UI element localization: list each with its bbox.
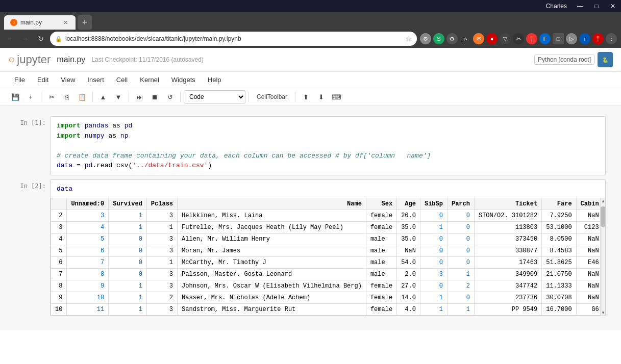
table-header-2: Survived [109,198,147,210]
upload-button[interactable]: ⬆ [299,90,313,103]
menu-bar: File Edit View Insert Cell Kernel Widget… [0,72,621,88]
address-bar[interactable]: 🔒 localhost:8888/notebooks/dev/sicara/ti… [50,32,417,46]
save-button[interactable]: 💾 [8,90,22,103]
table-cell: 26.0 [397,210,420,222]
cell-2-code[interactable]: data [51,180,605,198]
celltoolbar-button[interactable]: CellToolbar [252,90,292,103]
menu-widgets[interactable]: Widgets [165,72,202,88]
kernel-badge[interactable]: Python [conda root] [534,55,594,65]
fast-forward-button[interactable]: ⏭ [132,90,146,103]
restart-button[interactable]: ↺ [163,90,177,103]
toolbar-sep-2 [92,92,93,102]
keyboard-button[interactable]: ⌨ [329,90,343,103]
menu-file[interactable]: File [8,72,31,88]
table-cell: 0 [447,257,474,269]
ext-icon-3[interactable]: ⚙ [446,33,458,44]
table-cell: Allen, Mr. William Henry [178,233,366,245]
add-cell-button[interactable]: + [23,90,38,103]
table-cell: 16.7000 [542,304,576,316]
notebook-filename[interactable]: main.py [57,55,85,64]
new-tab-button[interactable]: + [78,15,92,30]
toolbar: 💾 + ✂ ⎘ 📋 ▲ ▼ ⏭ ⏹ ↺ Code Markdown Raw NB… [0,88,621,106]
ext-icon-8[interactable]: ✂ [513,33,524,44]
ext-icon-14[interactable]: 📍 [592,33,604,44]
table-header-3: Pclass [146,198,177,210]
toolbar-sep-3 [129,92,129,102]
notebook-content: In [1]: import pandas as pd import numpy… [0,106,621,330]
table-cell: 3 [146,245,177,257]
cell-1-body[interactable]: import pandas as pd import numpy as np #… [50,116,606,175]
ext-icon-1[interactable]: ⚙ [420,33,431,44]
table-cell: 0 [420,245,447,257]
copy-button[interactable]: ⎘ [60,90,74,103]
table-cell: 51.8625 [542,257,576,269]
stop-button[interactable]: ⏹ [147,90,162,103]
table-cell: 1 [420,304,447,316]
cell-1: In [1]: import pandas as pd import numpy… [0,116,621,175]
table-cell: STON/O2. 3101282 [474,210,541,222]
move-down-button[interactable]: ▼ [111,90,126,103]
menu-insert[interactable]: Insert [81,72,110,88]
move-up-button[interactable]: ▲ [96,90,110,103]
table-cell: NaN [576,245,603,257]
cut-button[interactable]: ✂ [44,90,59,103]
menu-edit[interactable]: Edit [31,72,55,88]
ext-icon-2[interactable]: S [433,33,444,44]
scroll-down-arrow[interactable]: ▼ [601,309,605,316]
table-cell: 2.0 [397,269,420,280]
browser-chrome: ○ main.py ✕ + ← → ↻ 🔒 localhost:8888/not… [0,12,621,48]
ext-icon-4[interactable]: js [460,33,471,44]
ext-icon-9[interactable]: 📍 [526,33,537,44]
download-button[interactable]: ⬇ [314,90,328,103]
ext-icon-13[interactable]: i [579,33,590,44]
ext-icon-12[interactable]: ▷ [566,33,577,44]
table-cell: Moran, Mr. James [178,245,366,257]
table-cell: C123 [576,222,603,233]
ext-icon-7[interactable]: ▽ [500,33,511,44]
scrollbar-thumb[interactable] [601,206,605,227]
cell-2-body[interactable]: data Unnamed:0SurvivedPclassNameSexAgeSi… [50,179,606,317]
table-cell: 1 [109,222,147,233]
minimize-button[interactable]: — [572,0,588,12]
ext-icon-11[interactable]: □ [553,33,564,44]
table-cell: 4 [51,233,67,245]
maximize-button[interactable]: □ [588,0,605,12]
jupyter-logo-icon: ○ [8,53,15,66]
scroll-up-arrow[interactable]: ▲ [601,198,605,204]
table-cell: 8 [67,269,109,280]
ext-icon-6[interactable]: ● [486,33,498,44]
table-cell: Sandstrom, Miss. Marguerite Rut [178,304,366,316]
ext-icon-5[interactable]: ✉ [473,33,484,44]
table-cell: 0 [420,257,447,269]
menu-cell[interactable]: Cell [110,72,134,88]
ext-icon-10[interactable]: F [539,33,551,44]
forward-button[interactable]: → [19,33,32,45]
table-cell: 330877 [474,245,541,257]
toolbar-sep-5 [249,92,249,102]
table-cell: 2 [51,210,67,222]
back-button[interactable]: ← [4,33,16,45]
table-header-9: Ticket [474,198,541,210]
table-cell: female [366,280,396,292]
table-cell: 35.0 [397,222,420,233]
table-header-10: Fare [542,198,576,210]
close-button[interactable]: ✕ [605,0,621,12]
menu-view[interactable]: View [55,72,81,88]
bookmark-icon[interactable]: ☆ [405,35,412,43]
table-cell: Futrelle, Mrs. Jacques Heath (Lily May P… [178,222,366,233]
tab-close-button[interactable]: ✕ [61,18,69,27]
table-cell: 8.4583 [542,245,576,257]
paste-button[interactable]: 📋 [75,90,89,103]
active-tab[interactable]: ○ main.py ✕ [4,15,76,30]
cell-type-select[interactable]: Code Markdown Raw NBConvert [184,90,245,103]
menu-icon[interactable]: ⋮ [606,33,617,44]
table-row: 4503Allen, Mr. William Henrymale35.00037… [51,233,606,245]
table-cell: 1 [420,292,447,304]
menu-kernel[interactable]: Kernel [134,72,165,88]
cell-1-code[interactable]: import pandas as pd import numpy as np #… [51,117,605,175]
refresh-button[interactable]: ↻ [35,33,47,45]
menu-help[interactable]: Help [202,72,228,88]
table-cell: 5 [51,245,67,257]
scrollbar[interactable]: ▲ ▼ [600,198,605,316]
address-bar-row: ← → ↻ 🔒 localhost:8888/notebooks/dev/sic… [0,30,621,48]
